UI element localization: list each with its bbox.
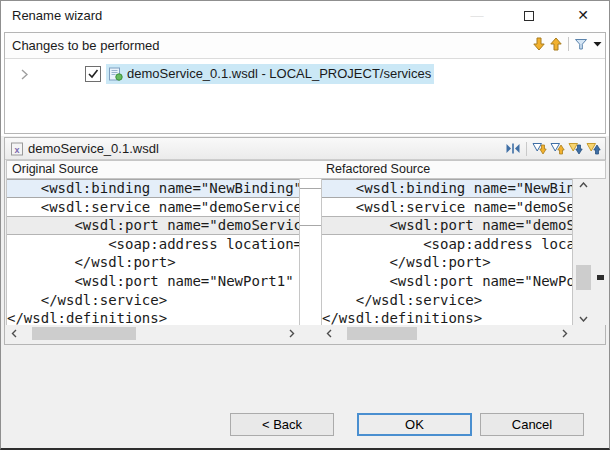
compare-viewer: x demoService_0.1.wsdl Original Source xyxy=(4,137,606,345)
scroll-right-arrow-icon[interactable] xyxy=(562,327,568,338)
minimize-button[interactable]: — xyxy=(461,1,493,30)
horizontal-scrollbar-thumb[interactable] xyxy=(347,327,417,340)
code-line[interactable]: </wsdl:definitions> xyxy=(322,309,572,325)
close-button[interactable]: ✕ xyxy=(567,1,599,30)
cancel-button[interactable]: Cancel xyxy=(480,413,584,436)
compare-toolbar xyxy=(505,142,601,156)
refactored-source-pane[interactable]: <wsdl:binding name="NewBinding" type= <w… xyxy=(321,179,573,325)
diff-connector-gutter xyxy=(300,179,321,325)
gutter-header xyxy=(299,160,322,179)
maximize-button[interactable] xyxy=(513,1,545,30)
changes-header: Changes to be performed xyxy=(5,33,605,59)
code-line[interactable]: </wsdl:port> xyxy=(7,253,299,272)
original-source-pane[interactable]: <wsdl:binding name="NewBinding" type= <w… xyxy=(6,179,300,325)
swap-view-icon[interactable] xyxy=(505,142,521,155)
vertical-scrollbar-thumb[interactable] xyxy=(576,265,591,290)
refactored-source-header: Refactored Source xyxy=(321,160,606,179)
scroll-up-arrow-icon[interactable] xyxy=(575,182,592,188)
move-up-icon[interactable] xyxy=(549,37,563,51)
code-line[interactable]: <wsdl:port name="demoService" bin xyxy=(7,216,299,235)
overview-diff-marker[interactable] xyxy=(597,275,604,280)
code-line[interactable]: <wsdl:port name="NewPort1" bindin xyxy=(322,272,572,291)
xml-file-icon: x xyxy=(11,142,23,156)
maximize-icon xyxy=(524,11,534,21)
original-horizontal-scrollbar[interactable] xyxy=(6,325,300,343)
code-line[interactable]: <soap:address location="http: xyxy=(7,235,299,254)
diff-connector-line xyxy=(300,225,321,226)
view-menu-caret-icon[interactable] xyxy=(593,41,602,47)
toolbar-separator xyxy=(526,142,527,156)
change-tree-row[interactable]: demoService_0.1.wsdl - LOCAL_PROJECT/ser… xyxy=(5,64,605,84)
filter-icon[interactable] xyxy=(574,37,588,51)
overview-ruler[interactable] xyxy=(594,179,606,325)
next-change-icon[interactable] xyxy=(568,142,583,155)
code-line[interactable]: </wsdl:service> xyxy=(7,291,299,310)
wsdl-file-icon xyxy=(108,67,123,81)
code-line[interactable]: </wsdl:service> xyxy=(322,291,572,310)
code-line[interactable]: <wsdl:service name="demoService"> xyxy=(322,198,572,217)
diff-connector-line xyxy=(300,188,321,189)
scroll-down-arrow-icon[interactable] xyxy=(575,316,592,322)
move-down-icon[interactable] xyxy=(532,37,546,51)
compare-header: x demoService_0.1.wsdl xyxy=(5,138,605,160)
svg-text:x: x xyxy=(14,144,19,154)
back-button[interactable]: < Back xyxy=(230,413,334,436)
selected-tree-item[interactable]: demoService_0.1.wsdl - LOCAL_PROJECT/ser… xyxy=(106,64,434,84)
window-title: Rename wizard xyxy=(12,1,102,30)
original-source-header: Original Source xyxy=(6,160,300,179)
titlebar[interactable]: Rename wizard — ✕ xyxy=(1,1,609,31)
scroll-right-arrow-icon[interactable] xyxy=(289,327,295,338)
tree-expand-chevron-icon[interactable] xyxy=(21,69,29,80)
changes-section: Changes to be performed demoService_0.1.… xyxy=(4,32,606,134)
code-line[interactable]: <wsdl:binding name="NewBinding" type= xyxy=(322,179,572,198)
horizontal-scrollbar-thumb[interactable] xyxy=(32,327,136,340)
toolbar-separator xyxy=(568,37,569,51)
code-line[interactable]: <soap:address location="http: xyxy=(322,235,572,254)
compare-file-label: demoService_0.1.wsdl xyxy=(28,141,159,156)
rename-wizard-dialog: { "titlebar": { "title": "Rename wizard"… xyxy=(0,0,610,450)
change-item-label: demoService_0.1.wsdl - LOCAL_PROJECT/ser… xyxy=(127,66,431,81)
code-line[interactable]: <wsdl:port name="demoService" bin xyxy=(322,216,572,235)
code-line[interactable]: <wsdl:binding name="NewBinding" type= xyxy=(7,179,299,198)
scroll-left-arrow-icon[interactable] xyxy=(11,327,17,338)
next-difference-icon[interactable] xyxy=(532,142,547,155)
code-line[interactable]: </wsdl:definitions> xyxy=(7,309,299,325)
code-line[interactable]: <wsdl:service name="demoService"> xyxy=(7,198,299,217)
previous-difference-icon[interactable] xyxy=(550,142,565,155)
scroll-left-arrow-icon[interactable] xyxy=(326,327,332,338)
code-line[interactable]: <wsdl:port name="NewPort1" bindin xyxy=(7,272,299,291)
vertical-scrollbar[interactable] xyxy=(575,179,592,325)
compare-body: Original Source Refactored Source <wsdl:… xyxy=(5,160,605,344)
refactored-horizontal-scrollbar[interactable] xyxy=(321,325,573,343)
ok-button[interactable]: OK xyxy=(357,413,472,436)
previous-change-icon[interactable] xyxy=(586,142,601,155)
code-line[interactable]: </wsdl:port> xyxy=(322,253,572,272)
changes-toolbar xyxy=(532,37,602,51)
change-checkbox[interactable] xyxy=(85,66,101,82)
